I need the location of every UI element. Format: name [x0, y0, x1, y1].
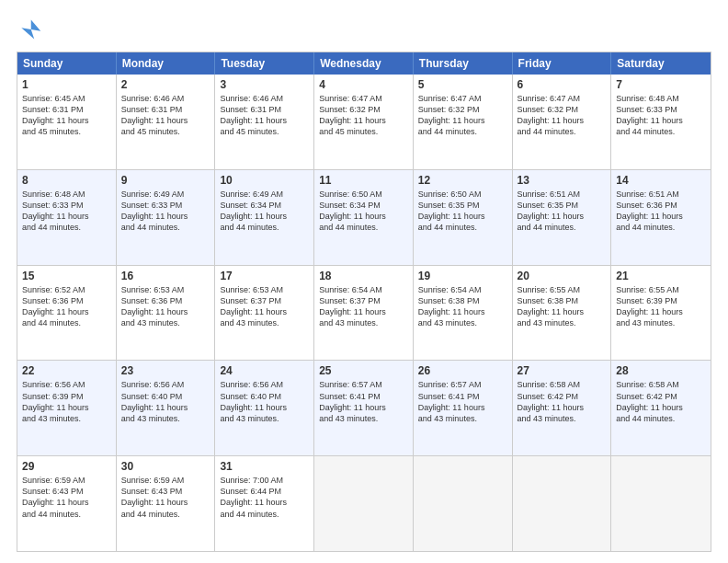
day-number: 21: [616, 270, 706, 282]
day-number: 11: [319, 174, 408, 187]
cell-info: Sunrise: 6:46 AMSunset: 6:31 PMDaylight:…: [220, 93, 309, 138]
cell-info: Sunrise: 6:53 AMSunset: 6:36 PMDaylight:…: [121, 284, 210, 329]
cell-info: Sunrise: 6:57 AMSunset: 6:41 PMDaylight:…: [319, 379, 408, 424]
day-number: 7: [616, 78, 706, 91]
weekday-header: Sunday: [17, 52, 117, 75]
calendar-cell: [611, 456, 711, 551]
weekday-header: Wednesday: [314, 52, 414, 75]
calendar: SundayMondayTuesdayWednesdayThursdayFrid…: [17, 52, 711, 552]
cell-info: Sunrise: 6:47 AMSunset: 6:32 PMDaylight:…: [319, 93, 408, 138]
calendar-cell: 28Sunrise: 6:58 AMSunset: 6:42 PMDayligh…: [611, 361, 711, 455]
calendar-cell: 31Sunrise: 7:00 AMSunset: 6:44 PMDayligh…: [215, 456, 314, 551]
calendar-body: 1Sunrise: 6:45 AMSunset: 6:31 PMDaylight…: [17, 75, 711, 551]
day-number: 16: [121, 270, 210, 282]
calendar-cell: 4Sunrise: 6:47 AMSunset: 6:32 PMDaylight…: [314, 75, 414, 169]
calendar-cell: 25Sunrise: 6:57 AMSunset: 6:41 PMDayligh…: [314, 361, 414, 455]
cell-info: Sunrise: 6:47 AMSunset: 6:32 PMDaylight:…: [518, 93, 607, 138]
day-number: 13: [518, 174, 607, 187]
calendar-cell: 2Sunrise: 6:46 AMSunset: 6:31 PMDaylight…: [117, 75, 216, 169]
day-number: 3: [220, 78, 309, 91]
day-number: 14: [616, 174, 706, 187]
calendar-cell: 3Sunrise: 6:46 AMSunset: 6:31 PMDaylight…: [215, 75, 314, 169]
weekday-header: Saturday: [611, 52, 711, 75]
cell-info: Sunrise: 6:56 AMSunset: 6:40 PMDaylight:…: [220, 379, 309, 424]
cell-info: Sunrise: 6:56 AMSunset: 6:39 PMDaylight:…: [22, 379, 111, 424]
cell-info: Sunrise: 6:54 AMSunset: 6:38 PMDaylight:…: [418, 284, 507, 329]
calendar-cell: 15Sunrise: 6:52 AMSunset: 6:36 PMDayligh…: [17, 266, 117, 361]
calendar-cell: 30Sunrise: 6:59 AMSunset: 6:43 PMDayligh…: [117, 456, 216, 551]
day-number: 28: [616, 364, 706, 377]
cell-info: Sunrise: 6:50 AMSunset: 6:34 PMDaylight:…: [319, 189, 408, 234]
calendar-cell: 24Sunrise: 6:56 AMSunset: 6:40 PMDayligh…: [215, 361, 314, 455]
cell-info: Sunrise: 6:55 AMSunset: 6:39 PMDaylight:…: [616, 284, 706, 329]
cell-info: Sunrise: 6:46 AMSunset: 6:31 PMDaylight:…: [121, 93, 210, 138]
calendar-cell: 14Sunrise: 6:51 AMSunset: 6:36 PMDayligh…: [611, 170, 711, 265]
day-number: 1: [22, 78, 111, 91]
calendar-cell: 21Sunrise: 6:55 AMSunset: 6:39 PMDayligh…: [611, 266, 711, 361]
calendar-cell: 23Sunrise: 6:56 AMSunset: 6:40 PMDayligh…: [117, 361, 216, 455]
cell-info: Sunrise: 6:59 AMSunset: 6:43 PMDaylight:…: [121, 475, 210, 520]
calendar-cell: 5Sunrise: 6:47 AMSunset: 6:32 PMDaylight…: [414, 75, 513, 169]
day-number: 24: [220, 364, 309, 377]
calendar-cell: 11Sunrise: 6:50 AMSunset: 6:34 PMDayligh…: [314, 170, 414, 265]
cell-info: Sunrise: 6:55 AMSunset: 6:38 PMDaylight:…: [518, 284, 607, 329]
weekday-header: Tuesday: [215, 52, 314, 75]
page: SundayMondayTuesdayWednesdayThursdayFrid…: [0, 0, 728, 563]
cell-info: Sunrise: 6:48 AMSunset: 6:33 PMDaylight:…: [22, 189, 111, 234]
day-number: 5: [418, 78, 507, 91]
day-number: 19: [418, 270, 507, 282]
header: [17, 17, 711, 42]
day-number: 25: [319, 364, 408, 377]
calendar-cell: 7Sunrise: 6:48 AMSunset: 6:33 PMDaylight…: [611, 75, 711, 169]
calendar-cell: [513, 456, 612, 551]
day-number: 8: [22, 174, 111, 187]
weekday-header: Monday: [117, 52, 216, 75]
day-number: 26: [418, 364, 507, 377]
day-number: 30: [121, 460, 210, 473]
calendar-row: 1Sunrise: 6:45 AMSunset: 6:31 PMDaylight…: [17, 75, 711, 169]
calendar-cell: 12Sunrise: 6:50 AMSunset: 6:35 PMDayligh…: [414, 170, 513, 265]
calendar-cell: 29Sunrise: 6:59 AMSunset: 6:43 PMDayligh…: [17, 456, 117, 551]
calendar-cell: 16Sunrise: 6:53 AMSunset: 6:36 PMDayligh…: [117, 266, 216, 361]
day-number: 15: [22, 270, 111, 282]
cell-info: Sunrise: 6:50 AMSunset: 6:35 PMDaylight:…: [418, 189, 507, 234]
day-number: 17: [220, 270, 309, 282]
day-number: 29: [22, 460, 111, 473]
weekday-header: Friday: [513, 52, 612, 75]
cell-info: Sunrise: 6:47 AMSunset: 6:32 PMDaylight:…: [418, 93, 507, 138]
day-number: 18: [319, 270, 408, 282]
svg-marker-0: [21, 20, 40, 40]
calendar-cell: 22Sunrise: 6:56 AMSunset: 6:39 PMDayligh…: [17, 361, 117, 455]
day-number: 27: [518, 364, 607, 377]
day-number: 4: [319, 78, 408, 91]
calendar-cell: 20Sunrise: 6:55 AMSunset: 6:38 PMDayligh…: [513, 266, 612, 361]
cell-info: Sunrise: 6:51 AMSunset: 6:35 PMDaylight:…: [518, 189, 607, 234]
calendar-cell: 8Sunrise: 6:48 AMSunset: 6:33 PMDaylight…: [17, 170, 117, 265]
calendar-cell: [314, 456, 414, 551]
cell-info: Sunrise: 6:52 AMSunset: 6:36 PMDaylight:…: [22, 284, 111, 329]
calendar-cell: 19Sunrise: 6:54 AMSunset: 6:38 PMDayligh…: [414, 266, 513, 361]
day-number: 20: [518, 270, 607, 282]
weekday-header: Thursday: [414, 52, 513, 75]
cell-info: Sunrise: 7:00 AMSunset: 6:44 PMDaylight:…: [220, 475, 309, 520]
day-number: 6: [518, 78, 607, 91]
cell-info: Sunrise: 6:51 AMSunset: 6:36 PMDaylight:…: [616, 189, 706, 234]
cell-info: Sunrise: 6:59 AMSunset: 6:43 PMDaylight:…: [22, 475, 111, 520]
day-number: 10: [220, 174, 309, 187]
calendar-cell: 18Sunrise: 6:54 AMSunset: 6:37 PMDayligh…: [314, 266, 414, 361]
calendar-row: 8Sunrise: 6:48 AMSunset: 6:33 PMDaylight…: [17, 169, 711, 265]
cell-info: Sunrise: 6:57 AMSunset: 6:41 PMDaylight:…: [418, 379, 507, 424]
logo: [17, 17, 46, 42]
calendar-cell: 1Sunrise: 6:45 AMSunset: 6:31 PMDaylight…: [17, 75, 117, 169]
cell-info: Sunrise: 6:49 AMSunset: 6:34 PMDaylight:…: [220, 189, 309, 234]
calendar-cell: 17Sunrise: 6:53 AMSunset: 6:37 PMDayligh…: [215, 266, 314, 361]
calendar-cell: 6Sunrise: 6:47 AMSunset: 6:32 PMDaylight…: [513, 75, 612, 169]
day-number: 31: [220, 460, 309, 473]
calendar-cell: 10Sunrise: 6:49 AMSunset: 6:34 PMDayligh…: [215, 170, 314, 265]
cell-info: Sunrise: 6:48 AMSunset: 6:33 PMDaylight:…: [616, 93, 706, 138]
calendar-cell: [414, 456, 513, 551]
cell-info: Sunrise: 6:58 AMSunset: 6:42 PMDaylight:…: [616, 379, 706, 424]
cell-info: Sunrise: 6:54 AMSunset: 6:37 PMDaylight:…: [319, 284, 408, 329]
calendar-row: 15Sunrise: 6:52 AMSunset: 6:36 PMDayligh…: [17, 265, 711, 361]
day-number: 23: [121, 364, 210, 377]
